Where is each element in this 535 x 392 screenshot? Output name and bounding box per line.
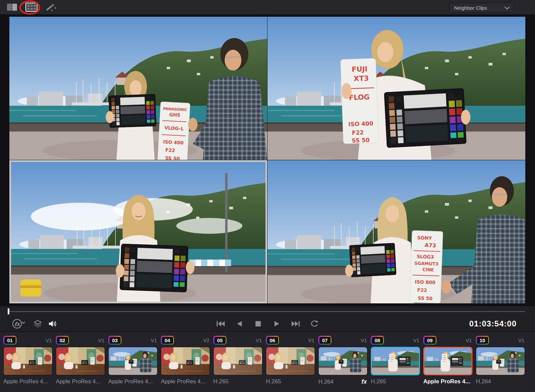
go-to-end-button[interactable]: [291, 320, 300, 328]
clip-number-badge: 01: [3, 336, 16, 345]
codec-label: Apple ProRes 4...: [161, 378, 205, 385]
chevron-down-icon: [505, 4, 510, 9]
layers-icon[interactable]: [33, 320, 42, 328]
clip-05: 05 V1 H.265: [213, 336, 262, 392]
clip-thumbnail[interactable]: [318, 347, 367, 375]
go-to-start-button[interactable]: [216, 320, 225, 328]
sign-line: SS 50: [352, 136, 370, 144]
quadrant-top-right[interactable]: FUJI XT3 FLOG ISO 400 F22 SS 50: [268, 17, 525, 160]
camera-sign-panasonic: PANASONIC GH5 VLOG-L ISO 400 F22 SS 50: [157, 102, 190, 160]
sign-line: SONY: [417, 235, 432, 241]
speaker-icon[interactable]: [48, 320, 57, 328]
clips-mode-value: Neighbor Clips: [454, 5, 487, 11]
track-label: V1: [518, 337, 524, 343]
track-label: V1: [308, 337, 314, 343]
quadrant-top-left[interactable]: PANASONIC GH5 VLOG-L ISO 400 F22 SS 50: [9, 17, 267, 160]
clips-mode-dropdown[interactable]: Neighbor Clips: [449, 3, 514, 13]
fx-badge: fx: [361, 378, 367, 385]
codec-label: H.265: [371, 378, 386, 385]
clip-filmstrip: 01 V1 Apple ProRes 4... 02 V1 Apple ProR…: [0, 331, 535, 392]
track-label: V1: [413, 337, 419, 343]
codec-label: Apple ProRes 4...: [108, 378, 153, 385]
clip-number-badge: 02: [56, 336, 69, 345]
quadrant-top-left-scene: PANASONIC GH5 VLOG-L ISO 400 F22 SS 50: [9, 17, 267, 160]
sign-line: CINE: [422, 267, 434, 272]
clip-09: 09 V1 Apple ProRes 4...: [423, 336, 472, 392]
sign-line: SGAMUT3: [414, 261, 438, 266]
sign-line: XT3: [353, 74, 369, 83]
clip-thumbnail[interactable]: [266, 347, 315, 375]
beach-huts: [190, 260, 231, 266]
clip-10: 10 V1 H.264: [476, 336, 525, 392]
stop-button[interactable]: [254, 320, 262, 328]
sign-line: ISO 400: [163, 139, 184, 145]
clip-01: 01 V1 Apple ProRes 4...: [3, 336, 52, 392]
sign-line: VLOG-L: [164, 125, 184, 131]
transport-bar: fx: [0, 316, 535, 331]
clip-thumbnail-compared[interactable]: [423, 347, 472, 375]
codec-label: Apple ProRes 4...: [423, 378, 470, 385]
timecode-display: 01:03:54:00: [469, 319, 517, 328]
sign-line: F22: [352, 129, 364, 136]
sign-line: GH5: [169, 112, 181, 118]
codec-label: Apple ProRes 4...: [3, 378, 48, 385]
sign-line: ISO 800: [415, 279, 435, 285]
clip-number-badge: 09: [423, 336, 436, 345]
track-label: V1: [256, 337, 262, 343]
play-forward-button[interactable]: [273, 320, 281, 328]
clip-03: 03 V1 Apple ProRes 4...: [108, 336, 157, 392]
clip-number-badge: 04: [161, 336, 174, 345]
svg-text:fx: fx: [14, 321, 20, 327]
codec-label: Apple ProRes 4...: [56, 378, 100, 385]
clip-number-badge: 03: [108, 336, 121, 345]
scrubber-track[interactable]: [9, 311, 525, 312]
color-chart: [120, 244, 188, 292]
quadrant-bottom-right[interactable]: SONY A73 SLOG3 SGAMUT3 CINE ISO 800 F22 …: [268, 160, 525, 303]
viewer-grid: PANASONIC GH5 VLOG-L ISO 400 F22 SS 50: [9, 17, 525, 303]
clip-thumbnail[interactable]: [213, 347, 262, 375]
sign-line: SLOG3: [417, 254, 434, 260]
codec-label: H.265: [213, 378, 228, 385]
codec-label: H.264: [476, 378, 491, 385]
color-chart: [109, 94, 156, 128]
track-label: V1: [46, 337, 52, 343]
sign-line: A73: [424, 242, 436, 249]
clip-thumbnail[interactable]: [3, 347, 52, 375]
clip-thumbnail[interactable]: [476, 347, 525, 375]
clip-06: 06 V1 H.265: [266, 336, 315, 392]
clip-thumbnail[interactable]: [56, 347, 105, 375]
track-label: V1: [466, 337, 472, 343]
loop-button[interactable]: [310, 320, 319, 328]
split-screen-viewer: PANASONIC GH5 VLOG-L ISO 400 F22 SS 50: [0, 15, 535, 306]
sign-line: FUJI: [351, 65, 367, 74]
track-label: V1: [361, 337, 367, 343]
track-label: V1: [98, 337, 104, 343]
clip-02: 02 V1 Apple ProRes 4...: [56, 336, 105, 392]
clip-thumbnail[interactable]: [161, 347, 210, 375]
quadrant-bottom-right-scene: SONY A73 SLOG3 SGAMUT3 CINE ISO 800 F22 …: [268, 160, 525, 303]
timeline-scrubber[interactable]: [0, 306, 535, 316]
sign-line: F22: [165, 147, 175, 153]
playhead[interactable]: [8, 308, 9, 314]
viewer-toolbar: Neighbor Clips: [0, 0, 535, 15]
clip-thumbnail-current[interactable]: [371, 347, 420, 375]
sign-line: SS 50: [418, 295, 433, 301]
sign-line: FLOG: [349, 93, 370, 102]
split-screen-grid-icon[interactable]: [25, 3, 37, 12]
single-split-toggle-icon[interactable]: [6, 3, 18, 12]
play-reverse-button[interactable]: [235, 320, 244, 328]
magic-wand-icon[interactable]: [45, 3, 57, 12]
clip-number-badge: 06: [266, 336, 279, 345]
sign-line: ISO 400: [348, 120, 373, 128]
clip-thumbnail[interactable]: [108, 347, 157, 375]
quadrant-bottom-left[interactable]: [9, 160, 267, 303]
fx-dropdown-icon[interactable]: fx: [12, 320, 27, 328]
color-chart: [384, 88, 466, 148]
clip-number-badge: 08: [371, 336, 384, 345]
clip-07: 07 V1 H.264 fx: [318, 336, 367, 392]
clip-number-badge: 10: [476, 336, 489, 345]
quadrant-top-right-scene: FUJI XT3 FLOG ISO 400 F22 SS 50: [268, 17, 525, 160]
camera-sign-fuji: FUJI XT3 FLOG ISO 400 F22 SS 50: [340, 58, 379, 144]
codec-label: H.265: [266, 378, 281, 385]
camera-sign-sony: SONY A73 SLOG3 SGAMUT3 CINE ISO 800 F22 …: [410, 230, 443, 303]
